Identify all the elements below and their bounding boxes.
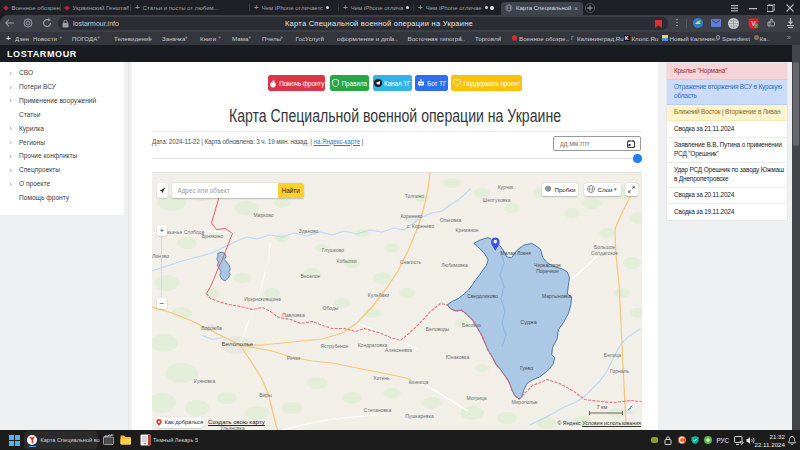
svg-text:Горналь: Горналь bbox=[610, 368, 629, 374]
svg-text:Зданово: Зданово bbox=[298, 228, 318, 234]
svg-text:Кондратовка: Кондратовка bbox=[357, 341, 387, 347]
svg-text:Ворожба: Ворожба bbox=[201, 325, 222, 331]
svg-text:Глушково: Глушково bbox=[321, 247, 343, 253]
svg-text:Белица: Белица bbox=[603, 351, 620, 357]
svg-text:Любимовка: Любимовка bbox=[441, 262, 468, 268]
svg-text:Поречное: Поречное bbox=[536, 268, 559, 274]
svg-text:Виры: Виры bbox=[259, 391, 272, 397]
svg-text:Снагость: Снагость bbox=[399, 259, 420, 265]
svg-text:Искрисковщина: Искрисковщина bbox=[244, 296, 281, 302]
svg-text:Казачья Слобода: Казачья Слобода bbox=[163, 228, 204, 234]
svg-text:Бунякино: Бунякино bbox=[201, 233, 223, 239]
svg-text:с. Коренево: с. Коренево bbox=[406, 223, 434, 229]
svg-text:Малая Локня: Малая Локня bbox=[500, 250, 531, 256]
svg-text:Белополье: Белополье bbox=[221, 340, 253, 347]
svg-text:Кияница: Кияница bbox=[408, 378, 428, 384]
svg-text:Суджа: Суджа bbox=[520, 318, 537, 324]
svg-text:Мартыновка: Мартыновка bbox=[542, 293, 571, 299]
svg-text:Коренево: Коренево bbox=[400, 213, 422, 219]
svg-text:Шептуховка: Шептуховка bbox=[482, 197, 510, 203]
svg-text:Гуево: Гуево bbox=[520, 365, 533, 371]
svg-text:Куяновка: Куяновка bbox=[193, 378, 215, 384]
svg-text:Линово: Линово bbox=[152, 253, 169, 259]
svg-text:Могрица: Могрица bbox=[466, 394, 486, 400]
svg-text:Мирополье: Мирополье bbox=[511, 399, 537, 405]
svg-text:Пушкаревка: Пушкаревка bbox=[405, 413, 434, 419]
svg-text:Кремяное: Кремяное bbox=[455, 227, 478, 233]
svg-text:Свердликово: Свердликово bbox=[467, 293, 498, 299]
svg-text:Марково: Марково bbox=[253, 212, 273, 218]
svg-text:Кульбаки: Кульбаки bbox=[367, 292, 389, 298]
svg-text:Кобылки: Кобылки bbox=[336, 258, 356, 264]
svg-text:Павловка: Павловка bbox=[282, 312, 305, 318]
svg-text:Алексеевка: Алексеевка bbox=[384, 347, 411, 353]
svg-text:Веселое: Веселое bbox=[300, 273, 320, 279]
svg-text:Басовка: Басовка bbox=[461, 321, 480, 327]
svg-text:Речки: Речки bbox=[286, 355, 300, 361]
svg-text:Степановка: Степановка bbox=[363, 406, 391, 412]
svg-text:Беловоды: Беловоды bbox=[425, 326, 449, 332]
svg-text:Ободы: Ободы bbox=[322, 305, 338, 311]
svg-text:Хотень: Хотень bbox=[373, 374, 390, 380]
svg-text:Яструбеное: Яструбеное bbox=[320, 343, 348, 349]
svg-text:Ольговка: Ольговка bbox=[439, 217, 461, 223]
svg-text:Курчик: Курчик bbox=[497, 184, 513, 190]
svg-text:Солдатское: Солдатское bbox=[590, 250, 618, 256]
svg-text:Юнаковка: Юнаковка bbox=[445, 354, 469, 360]
svg-text:Толпино: Толпино bbox=[404, 193, 424, 199]
